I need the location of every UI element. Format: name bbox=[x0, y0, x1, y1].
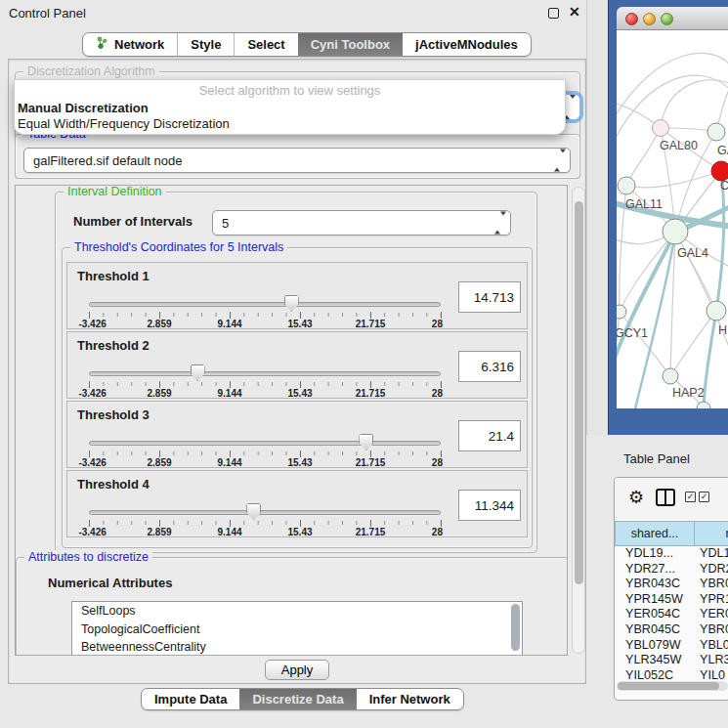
scale-label: 21.715 bbox=[356, 457, 386, 468]
combobox-spinner-icon bbox=[554, 153, 561, 168]
threshold-1-value-field[interactable]: 14.713 bbox=[458, 281, 521, 313]
node-label: GA bbox=[717, 144, 728, 157]
discretization-algorithm-group-title: Discretization Algorithm bbox=[23, 64, 159, 78]
scale-label: 28 bbox=[432, 388, 443, 399]
node-gal4[interactable] bbox=[663, 219, 688, 244]
threshold-3-value-field[interactable]: 21.4 bbox=[458, 420, 521, 451]
tab-select[interactable]: Select bbox=[234, 33, 297, 56]
checkbox-icon[interactable]: ✓ bbox=[699, 492, 709, 502]
scale-label: 21.715 bbox=[356, 388, 386, 399]
attributes-group: Attributes to discretize Numerical Attri… bbox=[16, 557, 568, 656]
slider-minor-ticks bbox=[89, 451, 441, 455]
node-label: HAP2 bbox=[672, 386, 705, 400]
interval-definition-group: Interval Definition Number of Intervals … bbox=[55, 192, 537, 553]
close-panel-icon[interactable]: ✕ bbox=[569, 4, 580, 20]
dropdown-option-manual-discretization[interactable]: Manual Discretization bbox=[18, 101, 149, 115]
dropdown-option-equal-width-frequency[interactable]: Equal Width/Frequency Discretization bbox=[18, 116, 230, 131]
threshold-4-slider-track[interactable] bbox=[89, 510, 441, 515]
threshold-3-slider-thumb[interactable] bbox=[359, 434, 373, 450]
threshold-2-value-field[interactable]: 6.316 bbox=[458, 351, 521, 382]
scale-label: 9.144 bbox=[217, 527, 241, 537]
node-label: GCY1 bbox=[617, 326, 648, 340]
table-horizontal-scrollbar[interactable] bbox=[617, 681, 728, 691]
node-label: GAL11 bbox=[625, 197, 663, 211]
node[interactable] bbox=[707, 123, 725, 141]
network-icon bbox=[96, 36, 108, 53]
table-row[interactable]: YBR043CYBR0 bbox=[615, 577, 728, 592]
zoom-window-icon[interactable] bbox=[661, 13, 673, 25]
apply-button[interactable]: Apply bbox=[265, 660, 329, 680]
threshold-4-slider-thumb[interactable] bbox=[246, 503, 261, 520]
node[interactable] bbox=[707, 301, 726, 321]
checkbox-icon[interactable]: ✓ bbox=[685, 492, 696, 502]
interval-definition-title: Interval Definition bbox=[64, 185, 166, 198]
network-canvas[interactable]: GAL80 GA C GAL11 GAL4 GCY1 H HAP2 bbox=[617, 30, 728, 408]
close-window-icon[interactable] bbox=[625, 13, 638, 25]
scale-label: 15.43 bbox=[287, 319, 312, 329]
list-scrollbar[interactable] bbox=[511, 604, 520, 651]
cyni-toolbox-panel: Discretization Algorithm Select algorith… bbox=[8, 59, 586, 684]
list-item[interactable]: SelfLoops bbox=[72, 602, 522, 621]
node-label: C bbox=[720, 179, 728, 193]
tab-discretize-data[interactable]: Discretize Data bbox=[239, 689, 356, 709]
table-row[interactable]: YPR145WYPR1 bbox=[615, 592, 728, 608]
tab-infer-network[interactable]: Infer Network bbox=[357, 689, 463, 709]
scale-label: 28 bbox=[432, 319, 443, 329]
node-label: GAL4 bbox=[677, 246, 708, 260]
threshold-2-slider-track[interactable] bbox=[89, 371, 441, 376]
number-of-intervals-combobox[interactable]: 5 bbox=[212, 210, 511, 236]
threshold-4-value-field[interactable]: 11.344 bbox=[458, 490, 521, 521]
threshold-1-slider-thumb[interactable] bbox=[284, 295, 299, 312]
slider-minor-ticks bbox=[89, 313, 441, 317]
scale-label: -3.426 bbox=[78, 388, 106, 399]
tab-network-label: Network bbox=[114, 37, 164, 52]
node-gcy1[interactable] bbox=[617, 305, 626, 319]
panel-scrollbar-thumb[interactable] bbox=[575, 201, 583, 584]
table-row[interactable]: YBR045CYBR0 bbox=[615, 622, 728, 638]
threshold-2-slider-thumb[interactable] bbox=[191, 364, 205, 381]
float-panel-icon[interactable] bbox=[548, 8, 559, 19]
scale-label: 15.43 bbox=[287, 527, 312, 537]
cyni-mode-tab-bar: Impute Data Discretize Data Infer Networ… bbox=[141, 688, 464, 710]
scale-label: -3.426 bbox=[78, 457, 106, 468]
table-row[interactable]: YER054CYER0 bbox=[615, 607, 728, 622]
tab-cyni-toolbox[interactable]: Cyni Toolbox bbox=[298, 33, 403, 56]
network-window-titlebar[interactable] bbox=[617, 7, 728, 30]
threshold-1-slider-track[interactable] bbox=[89, 302, 441, 307]
combobox-spinner-icon bbox=[494, 216, 501, 231]
table-row[interactable]: YLR345WYLR3 bbox=[615, 653, 728, 668]
node-hap2[interactable] bbox=[663, 368, 678, 384]
table-row[interactable]: YBL079WYBL0 bbox=[615, 638, 728, 654]
tab-impute-data[interactable]: Impute Data bbox=[142, 689, 239, 709]
table-row[interactable]: YDL19...YDL1 bbox=[615, 546, 728, 562]
list-item[interactable]: TopologicalCoefficient bbox=[72, 621, 522, 639]
table-row[interactable]: YDR27...YDR2 bbox=[615, 562, 728, 578]
scale-label: 9.144 bbox=[217, 388, 241, 399]
columns-icon[interactable] bbox=[656, 489, 675, 506]
node-selected-red[interactable] bbox=[711, 161, 728, 181]
node-gal80[interactable] bbox=[653, 120, 669, 137]
thresholds-group: Threshold's Coordinates for 5 Intervals … bbox=[62, 247, 533, 548]
numerical-attributes-label: Numerical Attributes bbox=[48, 576, 172, 590]
table-horizontal-scrollbar-thumb[interactable] bbox=[618, 682, 719, 690]
minimize-window-icon[interactable] bbox=[643, 13, 656, 25]
numerical-attributes-list[interactable]: SelfLoops TopologicalCoefficient Between… bbox=[71, 601, 523, 656]
slider-minor-ticks bbox=[89, 382, 441, 386]
scale-label: 21.715 bbox=[356, 319, 386, 329]
tab-style[interactable]: Style bbox=[177, 33, 234, 56]
table-panel: ⚙ ✓ ✓ shared... na YDL19...YDL1 YDR27...… bbox=[614, 477, 728, 701]
node-gal11[interactable] bbox=[618, 177, 635, 194]
list-item[interactable]: BetweennessCentrality bbox=[72, 638, 522, 656]
gear-icon[interactable]: ⚙ bbox=[628, 487, 644, 508]
column-header-shared-name[interactable]: shared... bbox=[615, 521, 695, 546]
network-nodes[interactable] bbox=[617, 120, 728, 409]
network-node-labels: GAL80 GA C GAL11 GAL4 GCY1 H HAP2 bbox=[617, 139, 728, 400]
panel-scrollbar[interactable] bbox=[572, 187, 585, 654]
tab-network[interactable]: Network bbox=[83, 33, 177, 56]
table-data-combobox[interactable]: galFiltered.sif default node bbox=[23, 148, 571, 173]
node-label: H bbox=[718, 323, 727, 337]
column-header-name[interactable]: na bbox=[695, 521, 728, 546]
threshold-3-slider-track[interactable] bbox=[89, 441, 441, 446]
tab-jactivemnodules[interactable]: jActiveMNodules bbox=[403, 33, 531, 56]
table-header-row: shared... na bbox=[615, 521, 728, 546]
